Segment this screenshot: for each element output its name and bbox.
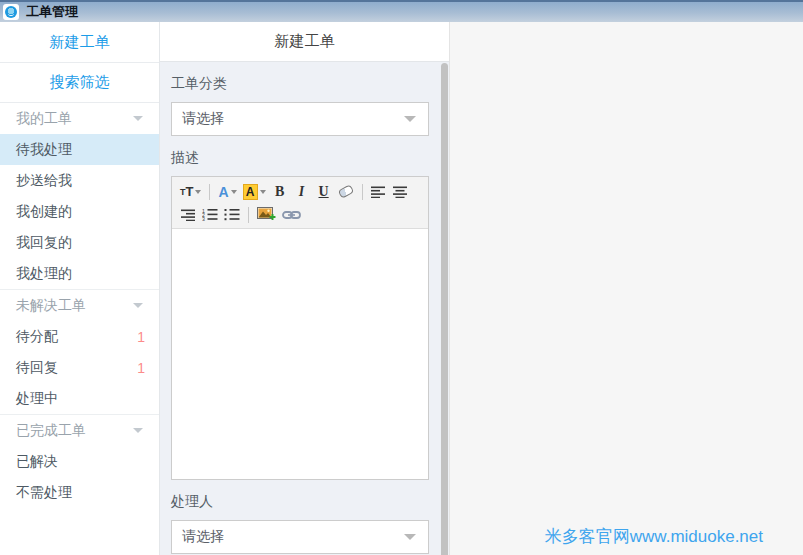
description-label: 描述	[171, 149, 429, 167]
toolbar-separator	[362, 184, 363, 200]
chevron-down-icon	[260, 190, 266, 194]
chevron-down-icon	[195, 190, 201, 194]
app-logo-icon	[3, 4, 19, 20]
description-textarea[interactable]	[172, 229, 428, 479]
new-ticket-form: 工单分类 请选择 描述 TT A	[160, 62, 449, 555]
panel-title: 新建工单	[160, 22, 449, 62]
chevron-down-icon	[133, 116, 143, 121]
item-label: 待回复	[16, 359, 58, 377]
assignee-select[interactable]: 请选择	[171, 520, 429, 554]
eraser-icon	[337, 184, 354, 199]
unordered-list-icon	[224, 208, 240, 221]
item-label: 抄送给我	[16, 172, 72, 190]
chevron-down-icon	[133, 303, 143, 308]
sidebar-item-handled-by-me[interactable]: 我处理的	[0, 258, 159, 289]
rich-text-editor: TT A A B I U	[171, 176, 429, 480]
sidebar-item-cc-me[interactable]: 抄送给我	[0, 165, 159, 196]
watermark-text: 米多客官网www.miduoke.net	[545, 525, 763, 548]
item-label: 我回复的	[16, 234, 72, 252]
section-label: 已完成工单	[16, 422, 86, 440]
item-label: 不需处理	[16, 484, 72, 502]
align-right-button[interactable]	[178, 205, 198, 225]
toolbar-separator	[248, 207, 249, 223]
sidebar-item-to-assign[interactable]: 待分配 1	[0, 321, 159, 352]
sidebar-item-replied-by-me[interactable]: 我回复的	[0, 227, 159, 258]
italic-button[interactable]: I	[292, 182, 312, 202]
ordered-list-icon: 1 2 3	[202, 208, 218, 221]
category-select-value: 请选择	[182, 110, 224, 128]
chevron-down-icon	[404, 116, 416, 122]
font-color-letter: A	[218, 184, 228, 200]
item-label: 我处理的	[16, 265, 72, 283]
underline-button[interactable]: U	[314, 182, 334, 202]
window-titlebar: 工单管理	[0, 0, 803, 22]
item-label: 已解决	[16, 453, 58, 471]
category-label: 工单分类	[171, 75, 429, 93]
sidebar-item-resolved[interactable]: 已解决	[0, 446, 159, 477]
sidebar: 新建工单 搜索筛选 我的工单 待我处理 抄送给我 我创建的 我回复的 我处理的 …	[0, 22, 160, 555]
sidebar-item-no-action-needed[interactable]: 不需处理	[0, 477, 159, 508]
assignee-label: 处理人	[171, 493, 429, 511]
item-label: 待我处理	[16, 141, 72, 159]
svg-text:3: 3	[202, 216, 205, 221]
align-center-button[interactable]	[391, 182, 411, 202]
align-center-icon	[393, 186, 408, 198]
chevron-down-icon	[133, 428, 143, 433]
insert-link-button[interactable]	[280, 205, 303, 225]
item-label: 待分配	[16, 328, 58, 346]
align-left-icon	[371, 186, 386, 198]
chevron-down-icon	[231, 190, 237, 194]
sidebar-section-completed[interactable]: 已完成工单	[0, 414, 159, 446]
insert-image-icon	[257, 207, 276, 222]
category-select[interactable]: 请选择	[171, 102, 429, 136]
toolbar-separator	[209, 184, 210, 200]
background-color-button[interactable]: A	[241, 182, 268, 202]
align-left-button[interactable]	[369, 182, 389, 202]
search-filter-button[interactable]: 搜索筛选	[0, 63, 159, 103]
item-label: 处理中	[16, 390, 58, 408]
new-ticket-button[interactable]: 新建工单	[0, 22, 159, 63]
window-title: 工单管理	[26, 3, 78, 21]
bold-button[interactable]: B	[270, 182, 290, 202]
remove-format-button[interactable]	[336, 182, 356, 202]
unordered-list-button[interactable]	[222, 205, 242, 225]
vertical-scrollbar[interactable]	[441, 63, 448, 555]
font-color-button[interactable]: A	[216, 182, 238, 202]
link-icon	[282, 210, 301, 220]
editor-toolbar: TT A A B I U	[172, 177, 428, 229]
count-badge: 1	[137, 360, 145, 376]
sidebar-item-created-by-me[interactable]: 我创建的	[0, 196, 159, 227]
item-label: 我创建的	[16, 203, 72, 221]
assignee-select-value: 请选择	[182, 528, 224, 546]
sidebar-section-my-tickets[interactable]: 我的工单	[0, 103, 159, 134]
section-label: 我的工单	[16, 110, 72, 128]
sidebar-item-to-reply[interactable]: 待回复 1	[0, 352, 159, 383]
font-size-button[interactable]: TT	[178, 182, 203, 202]
font-size-letter-big: T	[186, 184, 194, 199]
new-ticket-panel: 新建工单 工单分类 请选择 描述 TT A	[160, 22, 450, 555]
sidebar-item-pending-me[interactable]: 待我处理	[0, 134, 159, 165]
background-color-letter: A	[243, 184, 258, 200]
content-empty-area: 米多客官网www.miduoke.net	[450, 22, 803, 555]
ordered-list-button[interactable]: 1 2 3	[200, 205, 220, 225]
chevron-down-icon	[404, 534, 416, 540]
sidebar-section-unresolved[interactable]: 未解决工单	[0, 289, 159, 321]
sidebar-item-in-progress[interactable]: 处理中	[0, 383, 159, 414]
count-badge: 1	[137, 329, 145, 345]
insert-image-button[interactable]	[255, 205, 278, 225]
section-label: 未解决工单	[16, 297, 86, 315]
align-right-icon	[181, 209, 196, 221]
